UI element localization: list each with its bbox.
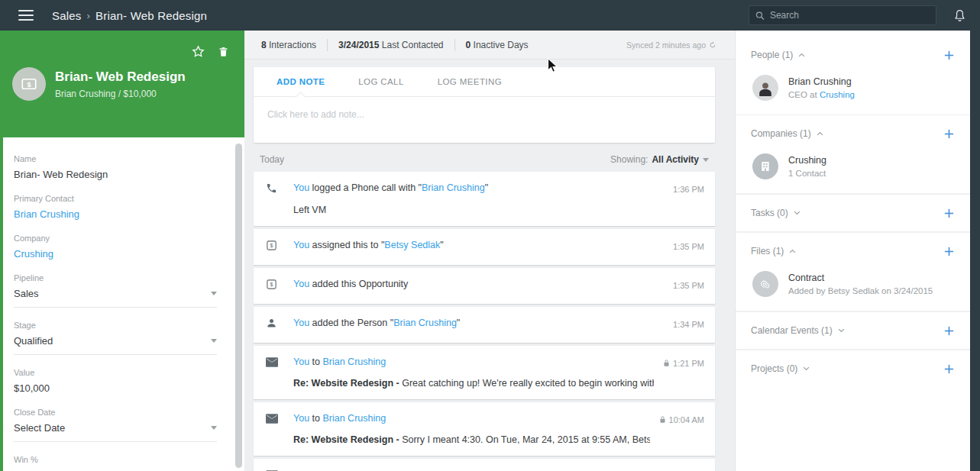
field-label: Close Date bbox=[14, 408, 217, 417]
company-link[interactable]: Crushing bbox=[14, 247, 217, 260]
target-link[interactable]: Brian Crushing bbox=[422, 182, 485, 193]
stat-interactions: 8 Interactions bbox=[261, 40, 316, 50]
field-value[interactable]: $10,000 bbox=[14, 382, 217, 395]
actor-link[interactable]: You bbox=[293, 182, 309, 193]
actor-link[interactable]: You bbox=[293, 413, 309, 424]
divider bbox=[327, 39, 328, 51]
person-item[interactable]: Brian Crushing CEO at Crushing bbox=[751, 73, 955, 115]
section-tasks-header[interactable]: Tasks (0) bbox=[751, 195, 955, 231]
field-label: Name bbox=[14, 154, 217, 163]
person-company-link[interactable]: Crushing bbox=[820, 90, 855, 99]
company-avatar bbox=[752, 153, 778, 179]
field-close-date: Close Date Select Date bbox=[14, 408, 217, 442]
search-box[interactable] bbox=[749, 5, 936, 25]
activity-title: You added this Opportunity bbox=[293, 278, 664, 293]
svg-text:$: $ bbox=[270, 282, 273, 287]
search-icon bbox=[755, 11, 765, 21]
primary-contact-link[interactable]: Brian Crushing bbox=[14, 208, 217, 221]
add-task-icon[interactable] bbox=[943, 208, 955, 219]
person-name[interactable]: Brian Crushing bbox=[788, 76, 855, 87]
opportunity-icon: $ bbox=[266, 240, 277, 251]
paperclip-icon bbox=[759, 278, 771, 290]
target-link[interactable]: Brian Crushing bbox=[322, 413, 386, 424]
window-edge bbox=[970, 31, 980, 471]
section-calendar-events: Calendar Events (1) bbox=[736, 311, 970, 350]
activity-time: 10:04 AM bbox=[650, 412, 704, 427]
pipeline-select[interactable]: Sales bbox=[14, 287, 217, 308]
section-files-header[interactable]: Files (1) bbox=[751, 233, 955, 269]
chevron-down-icon bbox=[803, 366, 810, 371]
add-project-icon[interactable] bbox=[943, 363, 955, 375]
field-label: Primary Contact bbox=[14, 194, 217, 203]
field-stage: Stage Qualified bbox=[14, 321, 217, 355]
add-company-icon[interactable] bbox=[943, 128, 955, 140]
section-companies-header[interactable]: Companies (1) bbox=[751, 115, 955, 152]
tab-log-call[interactable]: LOG CALL bbox=[341, 67, 420, 96]
activity-title: You to Brian Crushing bbox=[293, 412, 650, 427]
actor-link[interactable]: You bbox=[293, 356, 309, 367]
chevron-down-icon bbox=[211, 426, 217, 430]
company-item[interactable]: Crushing 1 Contact bbox=[751, 152, 955, 193]
actor-link[interactable]: You bbox=[293, 279, 309, 289]
chevron-down-icon bbox=[838, 328, 845, 333]
section-people-header[interactable]: People (1) bbox=[751, 37, 955, 73]
svg-text:$: $ bbox=[270, 243, 273, 248]
chevron-down-icon bbox=[211, 292, 217, 295]
activity-phone-call: You logged a Phone call with "Brian Crus… bbox=[254, 172, 715, 226]
tab-add-note[interactable]: ADD NOTE bbox=[260, 67, 341, 96]
section-projects-header[interactable]: Projects (0) bbox=[751, 350, 955, 387]
breadcrumb-separator: › bbox=[87, 10, 91, 21]
actor-link[interactable]: You bbox=[293, 318, 309, 328]
actor-link[interactable]: You bbox=[293, 240, 309, 250]
field-company: Company Crushing bbox=[14, 234, 217, 260]
activity-time: 1:21 PM bbox=[654, 356, 704, 370]
add-event-icon[interactable] bbox=[943, 325, 955, 337]
feed-header: Today Showing: All Activity bbox=[254, 143, 715, 172]
left-panel-scrollbar[interactable] bbox=[235, 144, 242, 468]
breadcrumb-section[interactable]: Sales bbox=[52, 9, 82, 22]
delete-trash-icon[interactable] bbox=[218, 45, 229, 59]
field-win-percent: Win % 5% bbox=[14, 455, 217, 471]
add-file-icon[interactable] bbox=[943, 246, 955, 257]
field-value[interactable]: Brian- Web Redesign bbox=[14, 168, 217, 181]
field-name: Name Brian- Web Redesign bbox=[14, 154, 217, 181]
company-name[interactable]: Crushing bbox=[788, 155, 826, 166]
lock-icon bbox=[663, 359, 670, 367]
chevron-up-icon bbox=[817, 131, 823, 136]
favorite-star-icon[interactable] bbox=[191, 44, 205, 59]
field-value: Value $10,000 bbox=[14, 368, 217, 395]
activity-column: 8 Interactions 3/24/2015 Last Contacted … bbox=[244, 31, 735, 471]
email-snippet[interactable]: Re: Website Redesign - Great catching up… bbox=[293, 378, 654, 389]
activity-filter[interactable]: Showing: All Activity bbox=[610, 154, 709, 165]
file-name[interactable]: Contract bbox=[788, 273, 933, 283]
target-link[interactable]: Brian Crushing bbox=[393, 318, 457, 328]
target-link[interactable]: Brian Crushing bbox=[322, 356, 386, 367]
sync-status[interactable]: Synced 2 minutes ago bbox=[626, 40, 716, 50]
tab-log-meeting[interactable]: LOG MEETING bbox=[421, 67, 519, 96]
close-date-select[interactable]: Select Date bbox=[14, 421, 217, 442]
person-icon bbox=[266, 318, 277, 329]
note-input[interactable]: Click here to add note... bbox=[254, 97, 715, 143]
email-snippet[interactable]: Re: Website Redesign - Sorry I meant 4:3… bbox=[293, 434, 650, 445]
divider bbox=[454, 39, 455, 51]
target-link[interactable]: Betsy Sedlak bbox=[384, 240, 440, 250]
lock-icon bbox=[659, 415, 666, 424]
section-calendar-header[interactable]: Calendar Events (1) bbox=[751, 312, 955, 349]
stat-last-contacted: 3/24/2015 Last Contacted bbox=[338, 40, 443, 50]
dollar-opportunity-icon: $ bbox=[21, 78, 37, 90]
chevron-down-icon bbox=[211, 339, 217, 343]
activity-time: 1:35 PM bbox=[664, 239, 704, 254]
activity-title: You added the Person "Brian Crushing" bbox=[293, 317, 664, 332]
stage-select[interactable]: Qualified bbox=[14, 334, 217, 355]
related-panel: People (1) Brian Crushing CEO at Crushin… bbox=[735, 31, 970, 471]
notifications-bell-icon[interactable] bbox=[953, 8, 966, 22]
file-avatar bbox=[752, 271, 778, 297]
activity-title: You assigned this to "Betsy Sedlak" bbox=[293, 239, 664, 254]
section-tasks: Tasks (0) bbox=[736, 194, 970, 232]
file-item[interactable]: Contract Added by Betsy Sedlak on 3/24/2… bbox=[751, 269, 955, 311]
add-person-icon[interactable] bbox=[943, 50, 955, 61]
opportunity-title: Brian- Web Redesign bbox=[55, 69, 186, 85]
search-input[interactable] bbox=[770, 10, 930, 21]
menu-icon[interactable] bbox=[18, 7, 34, 24]
activity-email: You to Brian Crushing 1:21 PM Re: Websit… bbox=[254, 346, 715, 399]
